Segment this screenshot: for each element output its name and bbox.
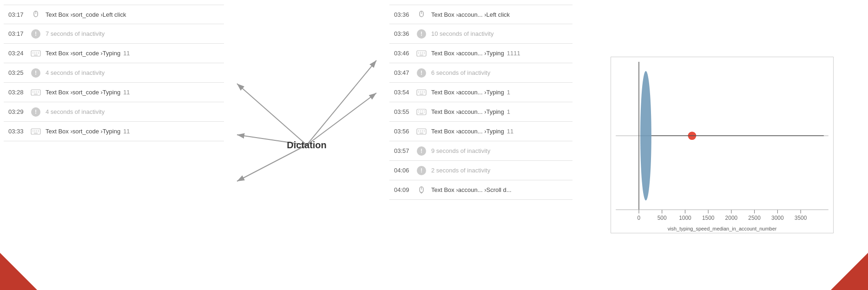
list-item: 03:57!9 seconds of inactivity [389, 141, 572, 161]
list-item: 03:36!10 seconds of inactivity [389, 24, 572, 44]
svg-line-32 [237, 84, 307, 145]
left-panel: 03:17 Text Box ›sort_code ›Left click03:… [0, 0, 228, 290]
list-item: 03:29!4 seconds of inactivity [4, 102, 224, 122]
event-text: 9 seconds of inactivity [431, 147, 490, 154]
svg-text:1500: 1500 [702, 215, 715, 221]
list-item: 03:54 Text Box ›accoun... ›Typing1 [389, 83, 572, 102]
event-text: 7 seconds of inactivity [46, 30, 105, 37]
list-item: 03:55 Text Box ›accoun... ›Typing1 [389, 102, 572, 122]
svg-text:2500: 2500 [748, 215, 761, 221]
list-item: 03:25!4 seconds of inactivity [4, 63, 224, 83]
list-item: 03:36 Text Box ›accoun... ›Left click [389, 5, 572, 24]
svg-text:vish_typing_speed_median_in_ac: vish_typing_speed_median_in_account_numb… [668, 226, 777, 231]
event-time: 03:47 [394, 69, 412, 76]
svg-text:3000: 3000 [771, 215, 784, 221]
main-container: 03:17 Text Box ›sort_code ›Left click03:… [0, 0, 868, 290]
svg-text:3500: 3500 [795, 215, 807, 221]
keyboard-icon [31, 48, 41, 59]
svg-line-35 [307, 60, 376, 145]
event-value: 11 [123, 128, 130, 135]
event-time: 03:33 [8, 128, 26, 135]
event-value: 11 [123, 89, 130, 96]
keyboard-icon [416, 107, 427, 117]
svg-text:2000: 2000 [725, 215, 738, 221]
event-text: Text Box ›sort_code ›Typing [46, 128, 120, 135]
keyboard-icon [416, 48, 427, 59]
center-panel: 03:36 Text Box ›accoun... ›Left click03:… [386, 0, 576, 290]
event-time: 04:09 [394, 186, 412, 193]
event-time: 03:29 [8, 108, 26, 115]
keyboard-icon [416, 126, 427, 137]
list-item: 04:09 Text Box ›accoun... ›Scroll d... [389, 180, 572, 200]
list-item: 03:56 Text Box ›accoun... ›Typing11 [389, 122, 572, 141]
chart-container: 0 500 1000 1500 2000 2500 3000 [611, 57, 834, 233]
event-text: 10 seconds of inactivity [431, 30, 493, 37]
event-time: 03:24 [8, 50, 26, 57]
keyboard-icon [416, 87, 427, 98]
event-text: Text Box ›sort_code ›Typing [46, 50, 120, 57]
keyboard-icon [31, 126, 41, 137]
event-time: 03:36 [394, 30, 412, 37]
svg-point-85 [640, 71, 651, 201]
event-time: 03:56 [394, 128, 412, 135]
event-time: 03:36 [394, 11, 412, 18]
event-text: Text Box ›accoun... ›Left click [431, 11, 510, 18]
dictation-label: Dictation [287, 140, 327, 151]
event-text: Text Box ›sort_code ›Left click [46, 11, 126, 18]
event-value: 1111 [507, 50, 520, 57]
mouse-icon [416, 9, 427, 20]
warning-icon: ! [416, 165, 427, 176]
event-value: 1 [507, 108, 510, 115]
svg-text:500: 500 [658, 215, 667, 221]
event-text: Text Box ›accoun... ›Typing [431, 128, 504, 135]
list-item: 04:06!2 seconds of inactivity [389, 161, 572, 180]
event-time: 03:46 [394, 50, 412, 57]
warning-icon: ! [416, 68, 427, 78]
event-value: 11 [123, 50, 130, 57]
warning-icon: ! [416, 29, 427, 39]
svg-text:1000: 1000 [679, 215, 691, 221]
list-item: 03:24 Text Box ›sort_code ›Typing11 [4, 44, 224, 63]
event-value: 11 [507, 128, 513, 135]
event-text: 4 seconds of inactivity [46, 108, 105, 115]
mouse-icon [31, 9, 41, 20]
triangle-right [831, 253, 868, 290]
event-text: Text Box ›accoun... ›Typing [431, 89, 504, 96]
event-text: Text Box ›sort_code ›Typing [46, 89, 120, 96]
event-time: 03:57 [394, 147, 412, 154]
event-text: Text Box ›accoun... ›Scroll d... [431, 186, 512, 193]
center-event-list: 03:36 Text Box ›accoun... ›Left click03:… [389, 5, 572, 200]
event-text: 2 seconds of inactivity [431, 167, 490, 174]
event-time: 03:28 [8, 89, 26, 96]
warning-icon: ! [31, 29, 41, 39]
svg-text:0: 0 [638, 215, 641, 221]
triangle-left [0, 253, 37, 290]
event-time: 03:55 [394, 108, 412, 115]
chart-svg: 0 500 1000 1500 2000 2500 3000 [611, 57, 833, 233]
svg-line-34 [237, 145, 307, 181]
right-panel: 0 500 1000 1500 2000 2500 3000 [576, 0, 868, 290]
warning-icon: ! [31, 107, 41, 117]
event-text: 4 seconds of inactivity [46, 69, 105, 76]
event-text: 6 seconds of inactivity [431, 69, 490, 76]
event-time: 04:06 [394, 167, 412, 174]
event-time: 03:17 [8, 30, 26, 37]
event-time: 03:25 [8, 69, 26, 76]
warning-icon: ! [416, 146, 427, 156]
event-time: 03:17 [8, 11, 26, 18]
left-event-list: 03:17 Text Box ›sort_code ›Left click03:… [4, 5, 224, 141]
list-item: 03:46 Text Box ›accoun... ›Typing1111 [389, 44, 572, 63]
keyboard-icon [31, 87, 41, 98]
list-item: 03:47!6 seconds of inactivity [389, 63, 572, 83]
event-value: 1 [507, 89, 510, 96]
list-item: 03:33 Text Box ›sort_code ›Typing11 [4, 122, 224, 141]
list-item: 03:17!7 seconds of inactivity [4, 24, 224, 44]
event-time: 03:54 [394, 89, 412, 96]
middle-area: Dictation [228, 0, 386, 290]
event-text: Text Box ›accoun... ›Typing [431, 108, 504, 115]
scroll-icon [416, 185, 427, 195]
list-item: 03:17 Text Box ›sort_code ›Left click [4, 5, 224, 24]
warning-icon: ! [31, 68, 41, 78]
svg-line-36 [307, 93, 376, 145]
list-item: 03:28 Text Box ›sort_code ›Typing11 [4, 83, 224, 102]
